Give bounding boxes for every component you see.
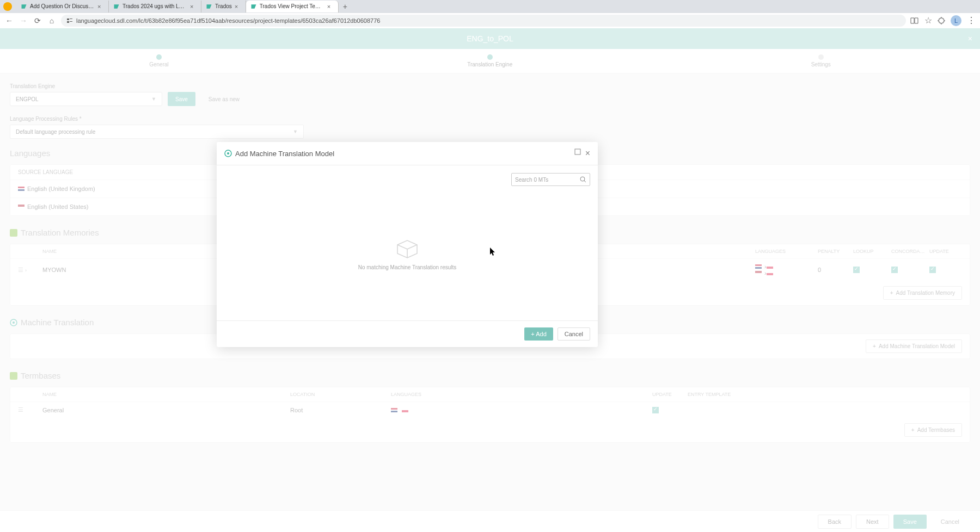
add-mt-modal: Add Machine Translation Model × Search 0…	[217, 142, 598, 347]
modal-header: Add Machine Translation Model ×	[217, 142, 598, 165]
expand-icon[interactable]	[574, 149, 581, 155]
close-icon[interactable]: ×	[235, 3, 241, 10]
close-icon[interactable]: ×	[585, 149, 590, 158]
svg-rect-10	[575, 149, 580, 154]
menu-icon[interactable]: ⋮	[967, 15, 976, 26]
home-icon[interactable]: ⌂	[47, 16, 57, 26]
close-icon[interactable]: ×	[327, 3, 334, 10]
address-bar[interactable]: languagecloud.sdl.com/lc/t/63b82e86f95ea…	[61, 15, 906, 27]
svg-rect-1	[70, 18, 72, 19]
modal-add-button[interactable]: + Add	[524, 327, 553, 341]
mt-icon	[224, 150, 232, 157]
search-placeholder: Search 0 MTs	[515, 177, 548, 183]
browser-chrome: Add Question Or Discussion - × Trados 20…	[0, 0, 980, 28]
new-tab-button[interactable]: +	[339, 2, 352, 11]
cursor-icon	[490, 248, 497, 256]
browser-tab-active[interactable]: Trados View Project Template ×	[246, 1, 339, 13]
search-icon	[580, 176, 586, 183]
modal-footer: + Add Cancel	[217, 320, 598, 347]
tab-title: Trados View Project Template	[260, 3, 324, 9]
svg-rect-0	[67, 18, 69, 20]
empty-message: No matching Machine Translation results	[358, 264, 457, 270]
extensions-icon[interactable]	[938, 17, 945, 24]
close-icon[interactable]: ×	[190, 3, 197, 10]
tab-title: Trados 2024 ugs with Languag…	[122, 3, 187, 9]
reload-icon[interactable]: ⟳	[33, 16, 42, 26]
modal-title-text: Add Machine Translation Model	[235, 150, 334, 158]
address-row: ← → ⟳ ⌂ languagecloud.sdl.com/lc/t/63b82…	[0, 13, 980, 28]
close-icon[interactable]: ×	[97, 3, 104, 10]
back-icon[interactable]: ←	[4, 16, 14, 26]
svg-point-9	[227, 152, 229, 154]
url-text: languagecloud.sdl.com/lc/t/63b82e86f95ea…	[76, 17, 380, 24]
profile-avatar[interactable]: L	[951, 15, 961, 26]
trados-favicon-icon	[250, 3, 257, 10]
svg-rect-3	[70, 21, 72, 22]
url-actions: ☆ L ⋮	[910, 15, 976, 26]
modal-cancel-button[interactable]: Cancel	[558, 327, 590, 341]
tab-bar: Add Question Or Discussion - × Trados 20…	[0, 0, 980, 13]
svg-point-11	[580, 177, 585, 181]
new-tab-indicator-icon	[3, 2, 12, 11]
svg-rect-2	[67, 21, 69, 23]
empty-state: No matching Machine Translation results	[224, 200, 590, 309]
tab-title: Add Question Or Discussion -	[30, 3, 95, 9]
star-icon[interactable]: ☆	[924, 15, 932, 26]
empty-box-icon	[395, 239, 419, 259]
browser-tab[interactable]: Add Question Or Discussion - ×	[16, 1, 109, 13]
trados-favicon-icon	[206, 3, 212, 10]
browser-tab[interactable]: Trados ×	[201, 1, 246, 13]
btn-label: Add	[536, 331, 547, 337]
svg-line-12	[584, 181, 586, 182]
translate-icon[interactable]	[910, 17, 919, 24]
trados-favicon-icon	[113, 3, 120, 10]
modal-body: Search 0 MTs No matching Machine Transla…	[217, 165, 598, 320]
browser-tab[interactable]: Trados 2024 ugs with Languag… ×	[109, 1, 201, 13]
search-input[interactable]: Search 0 MTs	[511, 173, 590, 186]
forward-icon[interactable]: →	[19, 16, 28, 26]
tab-title: Trados	[215, 3, 232, 9]
trados-favicon-icon	[21, 3, 27, 10]
site-settings-icon[interactable]	[66, 17, 73, 24]
